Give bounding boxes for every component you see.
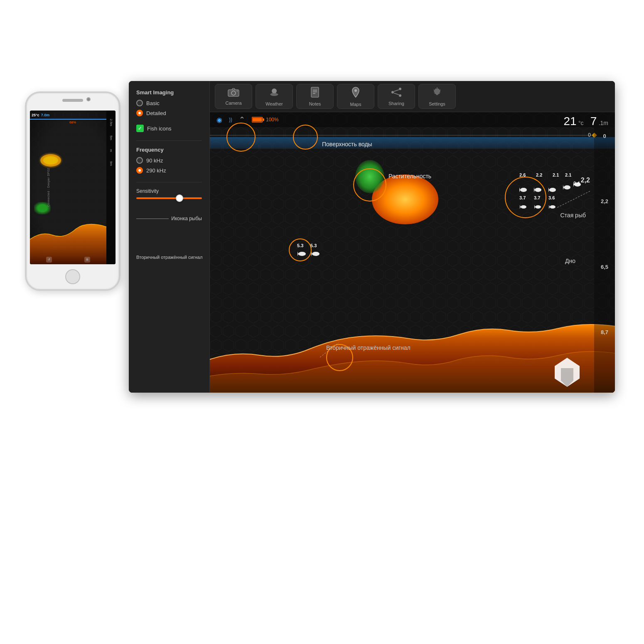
radio-detailed-label: Detailed xyxy=(146,110,166,116)
sonar-floor xyxy=(210,285,615,393)
depth-right-22: 2,2 xyxy=(581,177,590,184)
phone-ruler-2m: 2.5m xyxy=(109,119,113,126)
phone-ruler: 2.5m 5m m 9m xyxy=(106,111,116,264)
radio-90khz-label: 90 kHz xyxy=(146,157,163,164)
depth-unit: .1m xyxy=(599,120,608,126)
sonar-circle-vegetation xyxy=(353,168,386,202)
svg-point-10 xyxy=(354,89,357,92)
phone-topbar: 25°c 7.0m xyxy=(30,111,106,119)
secondary-signal-callout-text: Вторичный отражённый сигнал xyxy=(136,255,202,260)
temp-display: 21 °c xyxy=(563,115,583,128)
surface-label: Поверхность воды xyxy=(322,141,372,147)
smart-imaging-options: Basic Detailed xyxy=(136,100,202,116)
svg-rect-19 xyxy=(253,118,262,122)
nav-notes[interactable]: Notes xyxy=(296,84,334,109)
svg-rect-18 xyxy=(263,118,264,121)
sonar-statusbar: ◉ )) ⌃ 100% xyxy=(210,112,615,127)
svg-point-4 xyxy=(237,90,238,91)
checkbox-fish-icons-label: Fish icons xyxy=(147,125,172,132)
svg-point-5 xyxy=(272,88,277,93)
depth-line xyxy=(210,135,594,135)
bt-waves: )) xyxy=(229,117,232,123)
fish-icon-callout-text: Иконка рыбы xyxy=(171,216,202,221)
left-panel: Smart Imaging Basic Detailed ✓ Fish icon… xyxy=(129,81,210,393)
depth-tick-65: 6,5 xyxy=(601,262,608,327)
nav-sharing[interactable]: Sharing xyxy=(378,84,415,109)
phone-camera xyxy=(86,97,91,101)
phone-depth: 7.0m xyxy=(41,113,50,117)
phone-icon-refresh[interactable]: ↺ xyxy=(46,257,52,263)
sensitivity-label: Sensitivity xyxy=(136,188,202,194)
radio-290khz-label: 290 kHz xyxy=(146,167,166,174)
phone-depth-line xyxy=(30,119,106,120)
phone-connected-label: Connected : Deeper DP02 xyxy=(47,168,50,207)
sensitivity-slider[interactable] xyxy=(136,197,202,199)
phone-ruler-m: m xyxy=(109,149,113,152)
divider-2 xyxy=(136,182,202,182)
phone-bottom-icons: ↺ ⊞ xyxy=(30,256,106,263)
bluetooth-icon: ◉ xyxy=(216,116,222,124)
sharing-label: Sharing xyxy=(388,101,404,106)
svg-line-15 xyxy=(394,93,399,95)
phone-body: 25°c 7.0m xyxy=(25,91,120,291)
smart-imaging-title: Smart Imaging xyxy=(136,89,202,96)
frequency-options: 90 kHz 290 kHz xyxy=(136,157,202,174)
sonar-circle-surface-center xyxy=(293,125,318,150)
svg-line-14 xyxy=(394,90,399,91)
battery-indicator: 100% xyxy=(252,117,279,123)
nav-maps[interactable]: Maps xyxy=(337,84,374,109)
temp-unit: °c xyxy=(578,120,584,126)
battery-pct: 100% xyxy=(266,117,279,123)
svg-line-40 xyxy=(557,191,590,208)
depth-value: 7 xyxy=(590,115,597,128)
depth-tick-0: 0 xyxy=(603,131,606,197)
radio-290khz[interactable]: 290 kHz xyxy=(136,167,202,174)
svg-point-38 xyxy=(312,252,320,256)
radio-basic-label: Basic xyxy=(146,100,160,106)
depth-ruler: 0 2,2 6,5 8,7 xyxy=(594,127,615,393)
svg-marker-42 xyxy=(561,368,573,387)
top-navigation: Camera Weather Not xyxy=(210,81,615,112)
svg-point-11 xyxy=(391,91,394,93)
annotation-surface: Поверхность воды xyxy=(322,140,372,148)
phone-speaker xyxy=(62,99,83,102)
notes-label: Notes xyxy=(309,101,321,106)
depth-display: 7 .1m xyxy=(590,115,608,128)
bottom-label: Дно xyxy=(565,258,575,264)
phone-temp: 25°c xyxy=(32,113,39,117)
nav-camera[interactable]: Camera xyxy=(215,84,252,109)
camera-label: Camera xyxy=(225,101,241,106)
maps-label: Maps xyxy=(350,102,361,107)
sonar-area: ◉ )) ⌃ 100% 21 °c 7 .1m xyxy=(210,112,615,393)
transducer-icon xyxy=(555,358,580,388)
radio-detailed[interactable]: Detailed xyxy=(136,110,202,116)
radio-90khz[interactable]: 90 kHz xyxy=(136,157,202,164)
nav-settings[interactable]: Settings xyxy=(418,84,456,109)
svg-point-28 xyxy=(574,182,581,187)
phone-ruler-9m: 9m xyxy=(109,161,113,166)
settings-label: Settings xyxy=(429,101,445,106)
phone-device: 25°c 7.0m xyxy=(25,91,120,291)
phone-home-button[interactable] xyxy=(65,269,80,284)
svg-rect-6 xyxy=(311,87,319,97)
radio-basic[interactable]: Basic xyxy=(136,100,202,106)
sonar-top-right: 21 °c 7 .1m xyxy=(563,115,608,128)
svg-point-12 xyxy=(399,88,401,90)
small-fish-depth-1: 5.3 xyxy=(297,243,303,248)
weather-icon xyxy=(268,87,280,100)
nav-weather[interactable]: Weather xyxy=(256,84,293,109)
svg-point-1 xyxy=(43,156,58,165)
camera-icon xyxy=(228,88,239,99)
phone-icon-grid[interactable]: ⊞ xyxy=(84,257,90,263)
weather-label: Weather xyxy=(265,101,283,106)
vegetation-label: Растительность xyxy=(388,173,431,179)
zero-marker: 0 xyxy=(588,132,591,138)
fish-icon-callout-wrapper: Иконка рыбы xyxy=(136,216,202,221)
phone-fish-cluster xyxy=(38,152,63,169)
checkbox-fish-icons-box: ✓ xyxy=(136,125,144,132)
slider-thumb[interactable] xyxy=(176,194,183,202)
sonar-circle-surface-left xyxy=(226,123,256,152)
sharing-icon xyxy=(391,87,402,99)
checkbox-fish-icons[interactable]: ✓ Fish icons xyxy=(136,125,202,132)
svg-marker-37 xyxy=(297,251,298,256)
